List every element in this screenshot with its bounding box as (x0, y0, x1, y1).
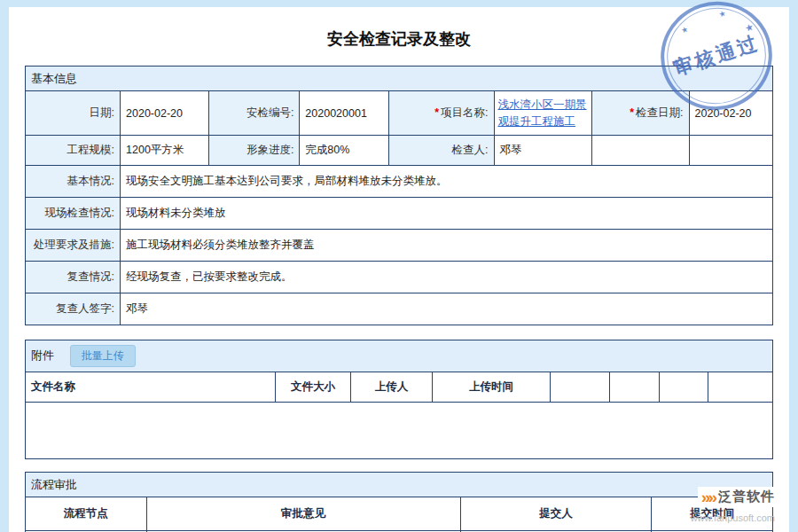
empty-header-cell (550, 372, 609, 403)
table-row: 工程规模: 1200平方米 形象进度: 完成80% 检查人: 邓琴 (26, 136, 773, 166)
check-date-label-cell: *检查日期: (591, 91, 689, 136)
project-name-label: 项目名称: (441, 106, 488, 119)
recheck-signer-value: 邓琴 (121, 293, 773, 325)
check-date-label: 检查日期: (636, 106, 683, 119)
inspection-no-label: 安检编号: (209, 91, 300, 136)
measures-value: 施工现场材料必须分类堆放整齐并覆盖 (121, 230, 773, 262)
site-check-label: 现场检查情况: (26, 198, 121, 230)
scale-value: 1200平方米 (121, 136, 209, 166)
attachments-title: 附件 (31, 348, 54, 362)
empty-header-cell (708, 372, 773, 403)
site-check-value: 现场材料未分类堆放 (121, 198, 773, 230)
column-header-flow-node: 流程节点 (26, 497, 147, 531)
attachments-section-header: 附件 批量上传 (26, 340, 773, 372)
table-row: 复查人签字: 邓琴 (26, 293, 773, 325)
brand-logo: 泛普软件 (698, 487, 778, 507)
table-row: 复查情况: 经现场复查，已按要求整改完成。 (26, 262, 773, 293)
recheck-signer-label: 复查人签字: (26, 293, 121, 325)
empty-header-cell (659, 372, 708, 403)
empty-header-cell (610, 372, 660, 403)
brand-name: 泛普软件 (718, 489, 775, 505)
project-name-label-cell: *项目名称: (388, 91, 494, 136)
progress-value: 完成80% (300, 136, 388, 166)
column-header-file-name: 文件名称 (26, 372, 276, 403)
inspector-value: 邓琴 (494, 136, 591, 166)
table-row: 日期: 2020-02-20 安检编号: 2020020001 *项目名称: 浅… (26, 91, 773, 136)
column-header-upload-time: 上传时间 (433, 372, 550, 403)
recheck-label: 复查情况: (26, 262, 121, 293)
check-date-value: 2020-02-20 (689, 91, 772, 136)
measures-label: 处理要求及措施: (26, 230, 121, 262)
attachments-empty-area (26, 403, 773, 459)
fanpu-logo-icon (701, 489, 715, 505)
column-header-file-size: 文件大小 (276, 372, 350, 403)
page-title: 安全检查记录及整改 (25, 7, 773, 66)
empty-cell (591, 136, 689, 166)
batch-upload-button[interactable]: 批量上传 (70, 345, 136, 367)
basic-situation-value: 现场安全文明施工基本达到公司要求，局部材料堆放未分类堆放。 (121, 166, 773, 198)
table-header-row: 文件名称 文件大小 上传人 上传时间 (26, 372, 773, 403)
column-header-approval-opinion: 审批意见 (146, 497, 460, 531)
column-header-uploader: 上传人 (350, 372, 433, 403)
basic-situation-label: 基本情况: (26, 166, 121, 198)
watermark-text: www.fanpusoft.com (691, 512, 775, 523)
table-row: 基本情况: 现场安全文明施工基本达到公司要求，局部材料堆放未分类堆放。 (26, 166, 773, 198)
required-asterisk: * (630, 106, 634, 119)
column-header-submitter: 提交人 (460, 497, 652, 531)
basic-info-table: 基本信息 日期: 2020-02-20 安检编号: 2020020001 *项目… (25, 66, 773, 325)
content-panel: 安全检查记录及整改 基本信息 日期: 2020-02-20 安检编号: 2020… (9, 7, 789, 532)
required-asterisk: * (434, 106, 439, 119)
table-row: 处理要求及措施: 施工现场材料必须分类堆放整齐并覆盖 (26, 230, 773, 262)
progress-label: 形象进度: (209, 136, 300, 166)
inspection-no-value: 2020020001 (300, 91, 388, 136)
approval-table: 流程审批 流程节点 审批意见 提交人 提交时间 (25, 472, 773, 532)
empty-cell (689, 136, 772, 166)
project-name-link[interactable]: 浅水湾小区一期景观提升工程施工 (498, 98, 587, 127)
recheck-value: 经现场复查，已按要求整改完成。 (121, 262, 773, 293)
project-name-cell: 浅水湾小区一期景观提升工程施工 (494, 91, 591, 136)
basic-info-section-header: 基本信息 (26, 66, 773, 91)
empty-attachments-body (26, 403, 773, 459)
table-header-row: 流程节点 审批意见 提交人 提交时间 (26, 497, 773, 531)
scale-label: 工程规模: (26, 136, 121, 166)
date-value: 2020-02-20 (121, 91, 209, 136)
table-row: 现场检查情况: 现场材料未分类堆放 (26, 198, 773, 230)
inspector-label: 检查人: (388, 136, 494, 166)
date-label: 日期: (26, 91, 121, 136)
attachments-table: 附件 批量上传 文件名称 文件大小 上传人 上传时间 (25, 340, 773, 459)
approval-section-header: 流程审批 (26, 473, 773, 497)
